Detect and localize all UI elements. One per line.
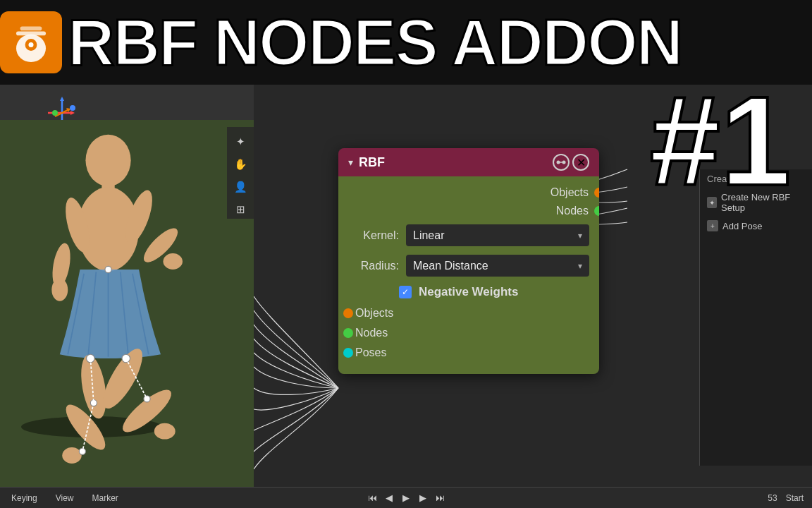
radius-row: Radius: Mean Distance Custom Max Distanc… [338,250,599,281]
svg-point-21 [163,253,182,270]
viewport-header [0,85,254,120]
input-nodes-socket[interactable] [343,328,353,338]
input-nodes-label: Nodes [355,327,388,339]
kernel-select-wrapper: Linear Gaussian Multiquadric ▾ [406,224,589,246]
prev-frame-btn[interactable]: ◀ [383,491,395,504]
input-objects-label: Objects [355,307,393,320]
output-objects-socket[interactable] [594,188,599,198]
svg-rect-4 [20,27,42,31]
output-nodes-row: Nodes [338,202,599,220]
keying-tab[interactable]: Keying [8,493,40,503]
viewport-toolbar: ✦ ✋ 👤 ⊞ [227,127,254,219]
input-objects-socket[interactable] [343,308,353,318]
move-tool[interactable]: ✋ [231,155,250,174]
svg-point-12 [70,105,75,111]
viewport-3d: ✦ ✋ 👤 ⊞ [0,85,254,487]
svg-point-32 [154,423,176,440]
svg-point-35 [122,354,130,362]
svg-point-34 [87,354,94,362]
jump-start-btn[interactable]: ⏮ [366,491,379,504]
svg-point-13 [85,135,130,186]
rbf-node-body: Objects Nodes Kernel: Linear Gaussian Mu… [338,176,599,374]
jump-end-btn[interactable]: ⏭ [433,491,446,504]
rbf-header-icons: ✕ [553,154,589,171]
3d-gizmo [34,95,90,123]
create-panel: Create ✦ Create New RBF Setup + Add Pose [699,169,812,466]
frame-number: 53 [768,493,777,503]
output-nodes-label: Nodes [556,205,589,217]
view-tab[interactable]: View [53,493,77,503]
rbf-node: ▾ RBF ✕ Objects [338,148,599,374]
svg-point-11 [52,110,58,116]
collapse-chevron[interactable]: ▾ [348,157,353,168]
input-poses-row: Poses [338,343,599,363]
kernel-label: Kernel: [348,229,399,242]
radius-select[interactable]: Mean Distance Custom Max Distance [406,255,589,277]
cursor-tool[interactable]: ✦ [231,133,250,151]
svg-point-29 [62,447,82,464]
svg-marker-8 [70,111,75,115]
next-frame-btn[interactable]: ▶ [417,491,429,504]
start-label: Start [786,493,804,503]
add-pose-icon: + [707,220,718,231]
svg-point-18 [51,279,68,301]
rbf-header-left: ▾ RBF [348,155,385,170]
people-tool[interactable]: 👤 [231,178,250,196]
play-btn[interactable]: ▶ [400,491,412,504]
add-pose-item[interactable]: + Add Pose [700,217,812,235]
marker-tab[interactable]: Marker [90,493,121,503]
banner: RBF NODES ADDON [0,0,812,85]
blender-logo [0,11,62,73]
radius-label: Radius: [348,260,399,272]
svg-point-33 [105,266,111,272]
add-pose-label: Add Pose [722,221,762,231]
playback-controls: ⏮ ◀ ▶ ▶ ⏭ [366,487,446,508]
negative-weights-row: ✓ Negative Weights [338,281,599,303]
svg-marker-6 [60,97,64,101]
input-poses-socket[interactable] [343,348,353,358]
svg-point-37 [79,448,85,454]
input-objects-row: Objects [338,303,599,323]
input-poses-label: Poses [355,346,386,359]
output-objects-label: Objects [550,186,589,199]
grid-tool[interactable]: ⊞ [231,200,250,219]
output-objects-row: Objects [338,183,599,202]
output-nodes-socket[interactable] [594,206,599,216]
negative-weights-label: Negative Weights [419,285,518,299]
svg-rect-3 [16,32,46,36]
input-nodes-row: Nodes [338,323,599,343]
node-close-btn[interactable]: ✕ [572,154,589,171]
bottom-bar: Keying View Marker ⏮ ◀ ▶ ▶ ⏭ 53 Start [0,487,812,508]
negative-weights-checkbox[interactable]: ✓ [399,286,412,298]
banner-title: RBF NODES ADDON [68,10,812,75]
svg-point-2 [29,42,34,47]
node-options-btn[interactable] [553,154,570,171]
rbf-node-header: ▾ RBF ✕ [338,148,599,176]
mannequin-svg [7,120,226,487]
kernel-select[interactable]: Linear Gaussian Multiquadric [406,224,589,246]
kernel-row: Kernel: Linear Gaussian Multiquadric ▾ [338,220,599,250]
rbf-node-title: RBF [359,155,385,170]
hash-number: #1 [650,78,791,205]
radius-select-wrapper: Mean Distance Custom Max Distance ▾ [406,255,589,277]
